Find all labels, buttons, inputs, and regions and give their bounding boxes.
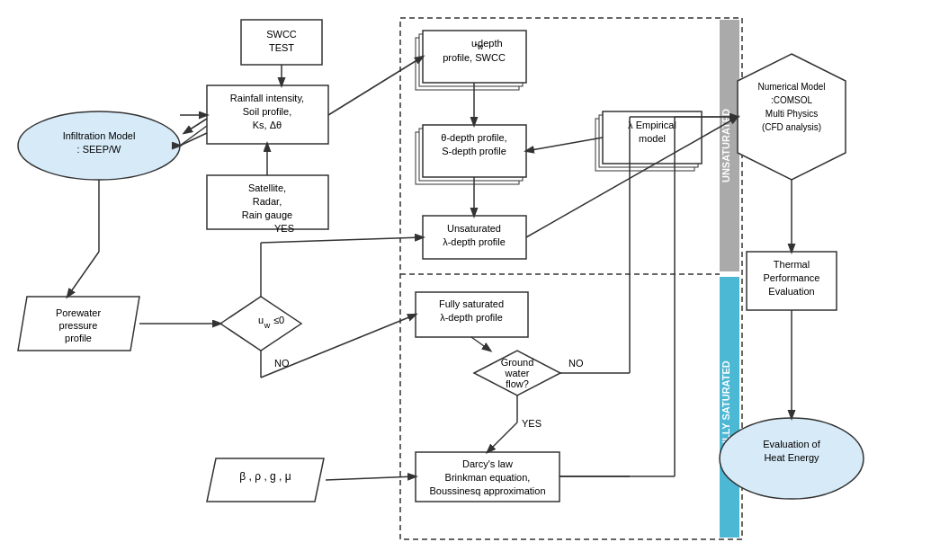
- rainfall-line2: Soil profile,: [243, 106, 291, 117]
- theta-depth-line2: S-depth profile: [442, 146, 506, 156]
- unsat-lambda-line2: λ-depth profile: [443, 236, 506, 247]
- full-sat-line1: Fully saturated: [439, 298, 504, 309]
- groundwater-line1: Ground: [501, 357, 534, 368]
- svg-text:-depth: -depth: [474, 38, 502, 49]
- darcy-line1: Darcy's law: [462, 458, 513, 469]
- porewater-line1: Porewater: [56, 307, 101, 318]
- svg-text:UNSATURATED: UNSATURATED: [721, 109, 731, 182]
- no-label1: NO: [274, 358, 290, 369]
- thermal-line1: Thermal: [774, 259, 810, 270]
- beta-rho-label: β , ρ , g , μ: [239, 470, 291, 483]
- heat-energy-line2: Heat Energy: [764, 452, 819, 463]
- swcc-test-line2: TEST: [269, 42, 294, 53]
- numerical-line4: (CFD analysis): [762, 122, 821, 132]
- no-label2: NO: [568, 358, 584, 369]
- svg-text:≤0: ≤0: [273, 315, 284, 325]
- uw-depth-line2: profile, SWCC: [443, 52, 506, 63]
- numerical-line1: Numerical Model: [757, 82, 825, 92]
- rainfall-line3: Ks, Δθ: [253, 120, 282, 130]
- darcy-line3: Boussinesq approximation: [429, 485, 545, 496]
- heat-energy-line1: Evaluation of: [763, 439, 821, 449]
- lambda-empirical-line1: λ Empirical: [628, 120, 676, 130]
- lambda-empirical-line2: model: [639, 133, 666, 144]
- infiltration-line1: Infiltration Model: [63, 130, 136, 141]
- full-sat-line2: λ-depth profile: [440, 312, 503, 323]
- thermal-line2: Performance: [764, 272, 820, 283]
- uw-diamond-label: u: [258, 315, 264, 325]
- groundwater-line2: water: [505, 368, 530, 378]
- rainfall-line1: Rainfall intensity,: [230, 93, 304, 103]
- numerical-line2: :COMSOL: [771, 95, 813, 105]
- satellite-line3: Rain gauge: [242, 209, 292, 220]
- yes-label2: YES: [522, 418, 542, 429]
- swcc-test-line1: SWCC: [266, 29, 297, 40]
- porewater-line2: pressure: [59, 320, 98, 331]
- theta-depth-line1: θ-depth profile,: [441, 132, 506, 143]
- darcy-line2: Brinkman equation,: [445, 472, 531, 483]
- numerical-line3: Multi Physics: [765, 109, 818, 119]
- diagram-container: UNSATURATED FULLY SATURATED SWCC TEST Ra…: [0, 0, 931, 560]
- thermal-line3: Evaluation: [768, 286, 814, 297]
- yes-label1: YES: [274, 223, 294, 234]
- unsat-lambda-line1: Unsaturated: [447, 223, 501, 234]
- groundwater-line3: flow?: [506, 378, 529, 389]
- porewater-line3: profile: [65, 333, 92, 343]
- uw-sub-label: w: [264, 321, 271, 330]
- satellite-line2: Radar,: [253, 196, 282, 207]
- satellite-line1: Satellite,: [248, 182, 286, 193]
- infiltration-line2: : SEEP/W: [77, 144, 122, 155]
